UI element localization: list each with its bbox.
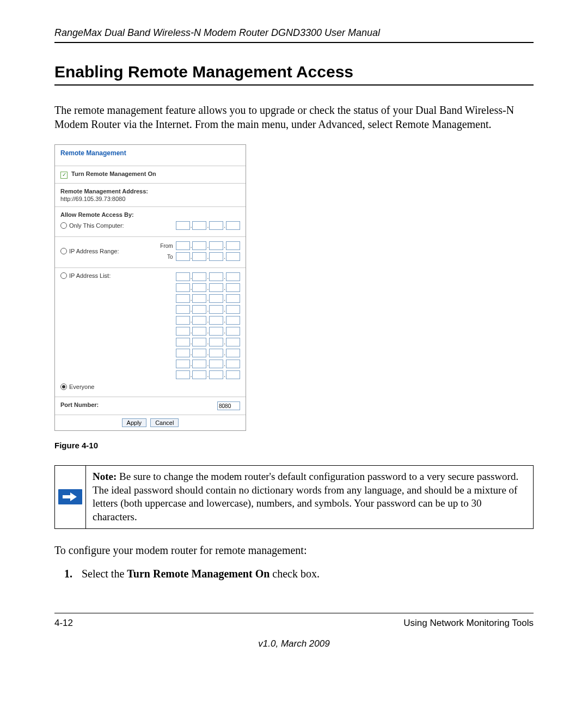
turn-on-checkbox[interactable]: ✓ [60, 172, 68, 179]
note-text: Note: Be sure to change the modem router… [86, 466, 533, 528]
ip-octet[interactable] [192, 221, 206, 230]
ip-octet[interactable] [209, 370, 223, 379]
ip-octet[interactable] [209, 349, 223, 357]
page-title: Enabling Remote Management Access [54, 63, 534, 86]
ip-octet[interactable] [176, 316, 190, 325]
ip-list-radio[interactable] [60, 272, 67, 279]
allow-access-block: Allow Remote Access By: Only This Comput… [55, 207, 246, 237]
ip-octet[interactable] [192, 338, 206, 346]
intro-paragraph: The remote management feature allows you… [54, 103, 534, 131]
address-label: Remote Management Address: [60, 188, 148, 194]
ip-octet[interactable] [209, 305, 223, 314]
ip-octet[interactable] [226, 241, 240, 250]
step-1: 1. Select the Turn Remote Management On … [54, 568, 534, 580]
only-this-label: Only This Computer: [69, 222, 124, 229]
ip-octet[interactable] [192, 305, 206, 314]
ip-octet[interactable] [176, 283, 190, 292]
ip-octet[interactable] [176, 272, 190, 281]
turn-on-row: ✓ Turn Remote Management On [55, 166, 246, 184]
config-intro: To configure your modem router for remot… [54, 544, 534, 557]
ip-octet[interactable] [209, 283, 223, 292]
port-input[interactable] [217, 401, 240, 410]
ip-octet[interactable] [192, 349, 206, 357]
step-text: Select the Turn Remote Management On che… [82, 568, 320, 580]
turn-on-label: Turn Remote Management On [71, 171, 156, 177]
ip-octet[interactable] [226, 305, 240, 314]
range-from-label: From [160, 243, 173, 249]
doc-header: RangeMax Dual Band Wireless-N Modem Rout… [54, 27, 534, 43]
ip-octet[interactable] [209, 338, 223, 346]
only-this-ip: . . . [176, 221, 240, 230]
only-this-row: Only This Computer: . . . [60, 221, 240, 230]
footer-section: Using Network Monitoring Tools [403, 618, 534, 629]
ip-octet[interactable] [176, 327, 190, 336]
ip-octet[interactable] [192, 294, 206, 303]
ip-octet[interactable] [226, 370, 240, 379]
ip-octet[interactable] [226, 316, 240, 325]
ip-range-row: IP Address Range: From . . . To . . . [60, 241, 240, 261]
ip-octet[interactable] [226, 272, 240, 281]
ip-octet[interactable] [192, 241, 206, 250]
ip-octet[interactable] [209, 241, 223, 250]
ip-octet[interactable] [176, 338, 190, 346]
apply-button[interactable]: Apply [122, 418, 147, 427]
ip-octet[interactable] [226, 349, 240, 357]
ip-octet[interactable] [209, 327, 223, 336]
arrow-right-icon [58, 489, 82, 504]
ip-list-label: IP Address List: [69, 272, 111, 279]
ip-octet[interactable] [192, 252, 206, 261]
figure-label: Figure 4-10 [54, 441, 534, 450]
ip-octet[interactable] [226, 221, 240, 230]
ip-range-label: IP Address Range: [69, 248, 119, 254]
ip-octet[interactable] [192, 370, 206, 379]
ip-octet[interactable] [226, 294, 240, 303]
page-footer: 4-12 Using Network Monitoring Tools [54, 613, 534, 629]
ip-octet[interactable] [209, 221, 223, 230]
note-bold: Note: [93, 471, 117, 482]
ip-octet[interactable] [209, 294, 223, 303]
ip-list-block: IP Address List: ... ... ... ... ... ...… [55, 268, 246, 397]
ip-octet[interactable] [226, 252, 240, 261]
ip-octet[interactable] [176, 241, 190, 250]
ip-octet[interactable] [176, 221, 190, 230]
panel-title: Remote Management [55, 145, 246, 166]
ip-octet[interactable] [226, 327, 240, 336]
ip-octet[interactable] [176, 349, 190, 357]
ip-octet[interactable] [209, 252, 223, 261]
ip-octet[interactable] [176, 252, 190, 261]
note-body: Be sure to change the modem router's def… [93, 471, 518, 522]
ip-octet[interactable] [209, 316, 223, 325]
range-to-label: To [167, 254, 173, 260]
ip-octet[interactable] [226, 338, 240, 346]
address-value: http://69.105.39.73:8080 [60, 194, 125, 202]
only-this-radio[interactable] [60, 222, 67, 229]
ip-octet[interactable] [226, 283, 240, 292]
ip-octet[interactable] [192, 360, 206, 368]
ip-octet[interactable] [192, 272, 206, 281]
ip-list-inputs: ... ... ... ... ... ... ... ... ... ... [176, 272, 240, 379]
port-row: Port Number: [55, 397, 246, 415]
ip-octet[interactable] [192, 283, 206, 292]
allow-access-label: Allow Remote Access By: [60, 211, 240, 218]
ip-octet[interactable] [192, 327, 206, 336]
note-icon-cell [55, 466, 86, 528]
cancel-button[interactable]: Cancel [150, 418, 179, 427]
ip-octet[interactable] [176, 294, 190, 303]
ip-octet[interactable] [209, 272, 223, 281]
page-number: 4-12 [54, 618, 73, 629]
everyone-label: Everyone [69, 384, 94, 390]
ip-range-block: IP Address Range: From . . . To . . . [55, 237, 246, 268]
ip-octet[interactable] [176, 305, 190, 314]
ip-octet[interactable] [209, 360, 223, 368]
footer-version: v1.0, March 2009 [54, 638, 534, 649]
ip-octet[interactable] [176, 370, 190, 379]
ip-octet[interactable] [192, 316, 206, 325]
remote-management-panel: Remote Management ✓ Turn Remote Manageme… [54, 144, 246, 431]
address-row: Remote Management Address: http://69.105… [55, 184, 246, 207]
ip-range-radio[interactable] [60, 248, 67, 254]
everyone-radio[interactable] [60, 384, 67, 390]
button-row: Apply Cancel [55, 415, 246, 427]
ip-octet[interactable] [176, 360, 190, 368]
ip-octet[interactable] [226, 360, 240, 368]
note-box: Note: Be sure to change the modem router… [54, 465, 534, 529]
